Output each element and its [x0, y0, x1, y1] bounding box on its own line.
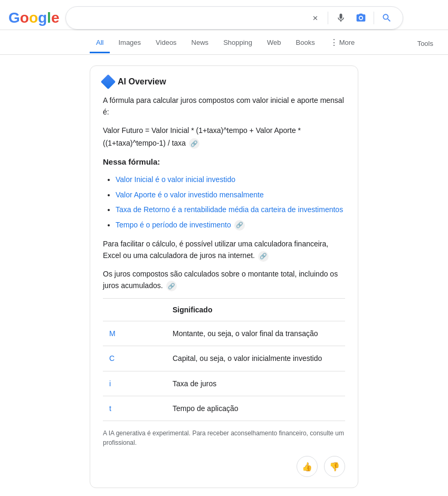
search-button[interactable]	[379, 11, 394, 25]
tempo-link-icon[interactable]: 🔗	[234, 220, 245, 231]
tab-more[interactable]: ⋮ More	[323, 32, 361, 54]
search-bar[interactable]: formula juros compostos com valor inicia…	[65, 6, 403, 30]
table-cell-symbol: M	[103, 321, 166, 346]
thumbup-button[interactable]: 👍	[297, 456, 318, 477]
microphone-icon	[336, 13, 346, 23]
thumbdown-icon: 👎	[329, 462, 340, 472]
search-icon	[382, 13, 392, 23]
table-cell-meaning: Tempo de aplicação	[166, 396, 345, 421]
list-item: Tempo é o período de investimento 🔗	[116, 219, 345, 231]
clear-button[interactable]: ✕	[308, 11, 322, 25]
main-content: AI Overview A fórmula para calcular juro…	[0, 55, 448, 496]
tab-news[interactable]: News	[185, 33, 215, 53]
camera-button[interactable]	[354, 11, 368, 25]
tab-videos[interactable]: Videos	[149, 33, 183, 53]
table-cell-meaning: Montante, ou seja, o valor final da tran…	[166, 321, 345, 346]
tools-tab[interactable]: Tools	[411, 34, 440, 53]
search-icons: ✕	[308, 11, 394, 25]
para3-link-icon[interactable]: 🔗	[166, 281, 177, 291]
ai-overview-container: AI Overview A fórmula para calcular juro…	[90, 65, 358, 488]
ai-overview-title: AI Overview	[118, 77, 166, 87]
tab-books[interactable]: Books	[290, 33, 321, 53]
tab-shopping[interactable]: Shopping	[217, 33, 259, 53]
table-row: MMontante, ou seja, o valor final da tra…	[103, 321, 345, 346]
table-row: CCapital, ou seja, o valor inicialmente …	[103, 346, 345, 371]
symbol-table: Significado MMontante, ou seja, o valor …	[103, 298, 345, 422]
table-col-symbol	[103, 298, 166, 321]
camera-icon	[356, 13, 366, 23]
ai-diamond-icon	[101, 74, 116, 89]
thumbup-icon: 👍	[302, 462, 312, 472]
nav-tabs: All Images Videos News Shopping Web Book…	[0, 32, 448, 55]
table-row: tTempo de aplicação	[103, 396, 345, 421]
table-cell-symbol: i	[103, 371, 166, 396]
divider2	[374, 12, 374, 24]
tab-all[interactable]: All	[90, 33, 110, 53]
tab-images[interactable]: Images	[112, 33, 147, 53]
list-item: Valor Aporte é o valor investido mensalm…	[116, 189, 345, 201]
table-row: iTaxa de juros	[103, 371, 345, 396]
para2-text: Para facilitar o cálculo, é possível uti…	[103, 238, 345, 262]
para2-link-icon[interactable]: 🔗	[258, 251, 269, 262]
subheading: Nessa fórmula:	[103, 156, 345, 168]
thumbdown-button[interactable]: 👎	[324, 456, 345, 477]
table-cell-symbol: t	[103, 396, 166, 421]
formula-text: Valor Futuro = Valor Inicial * (1+taxa)^…	[103, 126, 301, 147]
table-cell-symbol: C	[103, 346, 166, 371]
divider	[328, 12, 328, 24]
bullet-list: Valor Inicial é o valor inicial investid…	[103, 174, 345, 231]
more-dots-icon: ⋮	[330, 37, 338, 47]
table-cell-meaning: Capital, ou seja, o valor inicialmente i…	[166, 346, 345, 371]
table-col-meaning: Significado	[166, 298, 345, 321]
ai-body: A fórmula para calcular juros compostos …	[103, 94, 345, 447]
tab-web[interactable]: Web	[261, 33, 288, 53]
para3-text: Os juros compostos são calculados sobre …	[103, 268, 345, 292]
search-input[interactable]: formula juros compostos com valor inicia…	[74, 13, 308, 23]
header: Google formula juros compostos com valor…	[0, 0, 448, 30]
formula-block: Valor Futuro = Valor Inicial * (1+taxa)^…	[103, 125, 345, 150]
google-logo: Google	[8, 9, 59, 26]
feedback-row: 👍 👎	[103, 456, 345, 477]
list-item: Valor Inicial é o valor inicial investid…	[116, 174, 345, 185]
disclaimer-text: A IA generativa é experimental. Para rec…	[103, 428, 345, 447]
table-cell-meaning: Taxa de juros	[166, 371, 345, 396]
ai-overview-header: AI Overview	[103, 77, 345, 87]
formula-link-icon[interactable]: 🔗	[189, 138, 199, 149]
list-item: Taxa de Retorno é a rentabilidade média …	[116, 204, 345, 215]
intro-text: A fórmula para calcular juros compostos …	[103, 94, 345, 118]
microphone-button[interactable]	[333, 11, 348, 25]
clear-icon: ✕	[312, 14, 318, 22]
